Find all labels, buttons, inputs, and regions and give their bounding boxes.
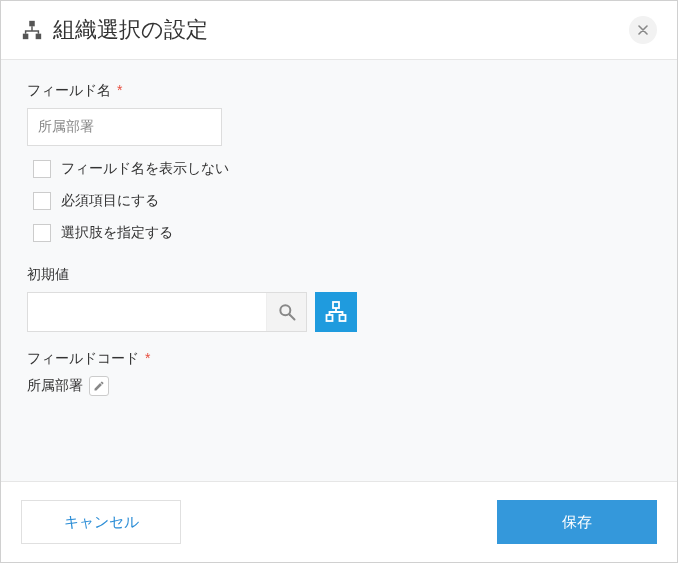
required-mark: * xyxy=(117,82,122,98)
save-button[interactable]: 保存 xyxy=(497,500,657,544)
field-code-value: 所属部署 xyxy=(27,377,83,395)
checkbox-required-item-box[interactable] xyxy=(33,192,51,210)
save-button-label: 保存 xyxy=(562,513,592,532)
initial-value-row xyxy=(27,292,651,332)
checkbox-required-item: 必須項目にする xyxy=(33,192,651,210)
close-button[interactable] xyxy=(629,16,657,44)
cancel-button[interactable]: キャンセル xyxy=(21,500,181,544)
checkbox-hide-field-name: フィールド名を表示しない xyxy=(33,160,651,178)
field-code-label: フィールドコード xyxy=(27,350,139,366)
svg-line-4 xyxy=(289,315,294,320)
checkbox-specify-choices: 選択肢を指定する xyxy=(33,224,651,242)
org-picker-button[interactable] xyxy=(315,292,357,332)
pencil-icon xyxy=(93,380,105,392)
field-code-label-row: フィールドコード * xyxy=(27,350,651,368)
svg-rect-5 xyxy=(333,302,339,308)
field-name-label-row: フィールド名 * xyxy=(27,82,651,100)
svg-rect-1 xyxy=(23,34,29,39)
field-name-group: フィールド名 * xyxy=(27,82,651,146)
dialog-footer: キャンセル 保存 xyxy=(1,481,677,562)
field-name-label: フィールド名 xyxy=(27,82,111,98)
checkbox-hide-field-name-label: フィールド名を表示しない xyxy=(61,160,229,178)
initial-value-group: 初期値 xyxy=(27,266,651,332)
org-picker-icon xyxy=(324,300,348,324)
initial-value-input[interactable] xyxy=(28,293,266,331)
org-tree-icon xyxy=(21,19,43,41)
settings-dialog: 組織選択の設定 フィールド名 * フィールド名を表示しない 必須項目にする xyxy=(0,0,678,563)
initial-value-label: 初期値 xyxy=(27,266,651,284)
dialog-body: フィールド名 * フィールド名を表示しない 必須項目にする 選択肢を指定する 初… xyxy=(1,60,677,481)
svg-rect-0 xyxy=(29,21,35,27)
svg-rect-7 xyxy=(340,315,346,321)
edit-field-code-button[interactable] xyxy=(89,376,109,396)
search-button[interactable] xyxy=(266,293,306,331)
field-code-group: フィールドコード * 所属部署 xyxy=(27,350,651,396)
dialog-title-wrap: 組織選択の設定 xyxy=(21,15,208,45)
close-icon xyxy=(638,25,648,35)
dialog-header: 組織選択の設定 xyxy=(1,1,677,60)
field-name-input[interactable] xyxy=(27,108,222,146)
checkbox-specify-choices-box[interactable] xyxy=(33,224,51,242)
checkbox-specify-choices-label: 選択肢を指定する xyxy=(61,224,173,242)
required-mark: * xyxy=(145,350,150,366)
svg-rect-2 xyxy=(36,34,41,39)
search-icon xyxy=(277,302,297,322)
checkbox-required-item-label: 必須項目にする xyxy=(61,192,159,210)
svg-rect-6 xyxy=(327,315,333,321)
checkbox-hide-field-name-box[interactable] xyxy=(33,160,51,178)
initial-value-input-group xyxy=(27,292,307,332)
dialog-title: 組織選択の設定 xyxy=(53,15,208,45)
field-code-row: 所属部署 xyxy=(27,376,651,396)
cancel-button-label: キャンセル xyxy=(64,513,139,532)
